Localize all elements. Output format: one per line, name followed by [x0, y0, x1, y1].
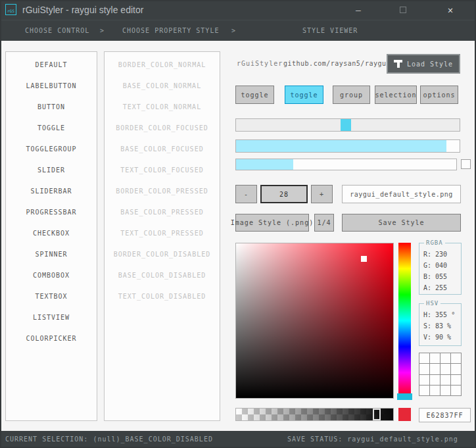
- control-list-item[interactable]: PROGRESSBAR: [6, 201, 97, 222]
- brand-label: rGuiStyler: [237, 57, 283, 70]
- control-list-item[interactable]: SLIDER: [6, 159, 97, 180]
- hue-bar-handle[interactable]: [397, 393, 412, 400]
- chevron-right-icon: >: [100, 20, 105, 41]
- checkbox-demo[interactable]: [461, 159, 471, 169]
- color-swatch-cell[interactable]: [451, 353, 462, 364]
- property-list-item[interactable]: TEXT_COLOR_NORMAL: [105, 96, 220, 117]
- save-status: SAVE STATUS: raygui_default_style.png: [287, 431, 458, 448]
- color-swatch-cell[interactable]: [451, 386, 462, 396]
- control-list-item[interactable]: SPINNER: [6, 243, 97, 264]
- control-list-item[interactable]: TEXTBOX: [6, 286, 97, 307]
- color-swatch-cell[interactable]: [440, 386, 451, 396]
- property-list-item[interactable]: BORDER_COLOR_NORMAL: [105, 54, 220, 75]
- minimize-button[interactable]: —: [350, 0, 367, 20]
- rgba-groupbox: RGBA R: 230G: 040B: 055A: 255: [419, 243, 462, 295]
- toggle-group-item[interactable]: selection: [375, 86, 417, 104]
- ratio-button[interactable]: 1/4: [314, 214, 334, 232]
- control-list-item[interactable]: CHECKBOX: [6, 222, 97, 243]
- toggle-group: toggletogglegroupselectionoptions: [235, 86, 460, 104]
- color-swatch-cell[interactable]: [430, 375, 440, 386]
- toggle-group-item[interactable]: group: [333, 86, 370, 104]
- image-style-button[interactable]: Image Style (.png): [235, 214, 309, 232]
- property-list-item[interactable]: BASE_COLOR_DISABLED: [105, 264, 220, 286]
- minimize-icon: —: [356, 5, 361, 15]
- color-swatch-cell[interactable]: [430, 364, 440, 374]
- property-list-item[interactable]: BORDER_COLOR_DISABLED: [105, 243, 220, 264]
- property-list-item[interactable]: BORDER_COLOR_PRESSED: [105, 180, 220, 201]
- control-list-item[interactable]: BUTTON: [6, 96, 97, 117]
- property-list-item[interactable]: TEXT_COLOR_DISABLED: [105, 286, 220, 307]
- maximize-icon: [400, 7, 406, 13]
- current-color-swatch: [398, 408, 411, 421]
- alpha-bar[interactable]: [235, 408, 394, 421]
- nav-choose-control: CHOOSE CONTROL: [25, 20, 89, 41]
- slider-handle[interactable]: [341, 119, 351, 131]
- app-icon: rGS: [5, 4, 16, 15]
- color-swatch-cell[interactable]: [430, 353, 440, 364]
- current-selection-status: CURRENT SELECTION: (null)_BASE_COLOR_DIS…: [5, 431, 213, 448]
- color-swatch-cell[interactable]: [419, 386, 430, 396]
- spinner-value-box[interactable]: 28: [260, 185, 308, 203]
- toggle-group-item[interactable]: toggle: [285, 86, 323, 104]
- control-list-item[interactable]: COLORPICKER: [6, 328, 97, 349]
- app-icon-text: rGS: [7, 9, 14, 13]
- control-list-item[interactable]: TOGGLE: [6, 117, 97, 138]
- alpha-bar-handle[interactable]: [373, 409, 381, 420]
- close-button[interactable]: ✕: [442, 0, 459, 20]
- color-swatch-grid: [419, 353, 462, 396]
- property-list-item[interactable]: BASE_COLOR_NORMAL: [105, 75, 220, 96]
- style-tool-icon: [394, 60, 402, 68]
- color-swatch-cell[interactable]: [440, 353, 451, 364]
- color-picker-panel[interactable]: [235, 243, 394, 399]
- toggle-group-item[interactable]: toggle: [235, 86, 274, 104]
- control-list-item[interactable]: LABELBUTTON: [6, 75, 97, 96]
- hsv-group-label: HSV: [424, 300, 440, 307]
- sliderbar-demo[interactable]: [235, 159, 457, 170]
- hsv-value: H: 355 °: [419, 309, 461, 320]
- statusbar: CURRENT SELECTION: (null)_BASE_COLOR_DIS…: [0, 431, 476, 448]
- load-style-label: Load Style: [407, 61, 453, 68]
- color-swatch-cell[interactable]: [451, 375, 462, 386]
- property-list-item[interactable]: BASE_COLOR_PRESSED: [105, 201, 220, 222]
- toggle-group-item[interactable]: options: [420, 86, 458, 104]
- property-list-item[interactable]: TEXT_COLOR_PRESSED: [105, 222, 220, 243]
- color-picker-cursor[interactable]: [361, 256, 367, 262]
- color-swatch-cell[interactable]: [440, 364, 451, 374]
- color-swatch-cell[interactable]: [419, 353, 430, 364]
- rgba-values: R: 230G: 040B: 055A: 255: [419, 249, 461, 293]
- color-swatch-cell[interactable]: [451, 364, 462, 374]
- hue-bar[interactable]: [398, 243, 411, 399]
- maximize-button[interactable]: [394, 0, 412, 20]
- titlebar: rGS rGuiStyler - raygui style editor — ✕: [0, 0, 476, 20]
- hsv-groupbox: HSV H: 355 °S: 83 %V: 90 %: [419, 303, 462, 346]
- rgba-value: A: 255: [419, 282, 461, 293]
- property-list-item[interactable]: BORDER_COLOR_FOCUSED: [105, 117, 220, 138]
- control-list-item[interactable]: TOGGLEGROUP: [6, 138, 97, 159]
- hsv-value: S: 83 %: [419, 320, 461, 332]
- hsv-values: H: 355 °S: 83 %V: 90 %: [419, 309, 461, 343]
- color-swatch-cell[interactable]: [419, 375, 430, 386]
- spinner-increment-button[interactable]: +: [311, 185, 333, 203]
- control-list-item[interactable]: LISTVIEW: [6, 307, 97, 328]
- control-list-item[interactable]: COMBOBOX: [6, 264, 97, 286]
- color-swatch-cell[interactable]: [419, 364, 430, 374]
- color-swatch-cell[interactable]: [440, 375, 451, 386]
- property-list-item[interactable]: TEXT_COLOR_FOCUSED: [105, 159, 220, 180]
- control-list-item[interactable]: DEFAULT: [6, 54, 97, 75]
- color-swatch-cell[interactable]: [430, 386, 440, 396]
- repo-link-label: github.com/raysan5/raygui: [283, 57, 391, 70]
- section-nav: CHOOSE CONTROL > CHOOSE PROPERTY STYLE >…: [0, 20, 476, 41]
- save-style-button[interactable]: Save Style: [342, 214, 461, 232]
- rgba-group-label: RGBA: [424, 239, 445, 247]
- style-filename-input[interactable]: raygui_default_style.png: [342, 185, 461, 203]
- nav-choose-property-style: CHOOSE PROPERTY STYLE: [122, 20, 219, 41]
- chevron-right-icon: >: [231, 20, 236, 41]
- slider-demo[interactable]: [235, 118, 460, 132]
- hex-value-box[interactable]: E62837FF: [419, 408, 471, 422]
- rgba-value: R: 230: [419, 249, 461, 260]
- rgba-value: G: 040: [419, 260, 461, 271]
- control-list-item[interactable]: SLIDERBAR: [6, 180, 97, 201]
- spinner-decrement-button[interactable]: -: [235, 185, 257, 203]
- load-style-button[interactable]: Load Style: [387, 54, 460, 74]
- property-list-item[interactable]: BASE_COLOR_FOCUSED: [105, 138, 220, 159]
